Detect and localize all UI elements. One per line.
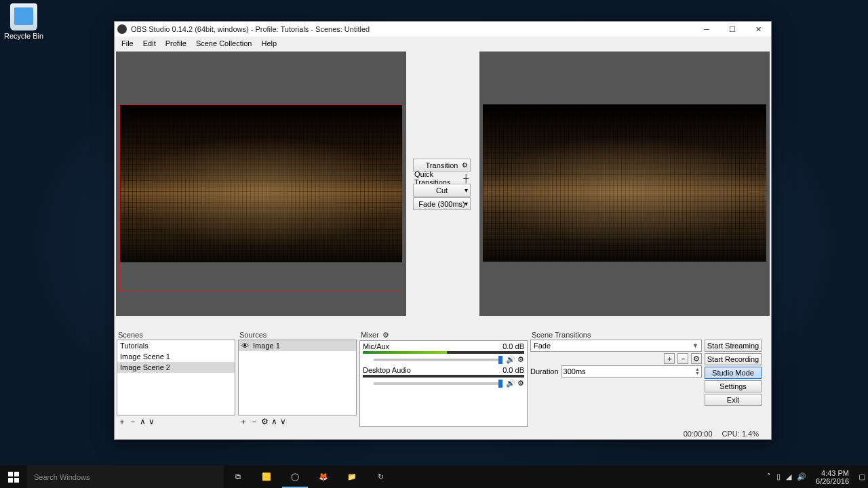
volume-slider[interactable] [374, 359, 502, 361]
quick-transition-cut[interactable]: Cut ▾ [413, 184, 471, 197]
source-image [120, 105, 402, 262]
tray-volume-icon[interactable]: 🔊 [797, 472, 806, 481]
windows-icon [8, 472, 19, 483]
scene-item[interactable]: Image Scene 1 [117, 351, 235, 362]
tray-notifications-icon[interactable]: ▢ [859, 472, 865, 481]
taskbar-firefox[interactable]: 🦊 [309, 466, 338, 488]
start-button[interactable] [0, 466, 27, 488]
move-scene-down-button[interactable]: ∨ [149, 418, 155, 426]
tray-battery-icon[interactable]: ▯ [776, 472, 781, 481]
add-source-button[interactable]: ＋ [239, 418, 248, 426]
minimize-button[interactable]: ─ [694, 22, 719, 37]
transition-select[interactable]: Fade▼ [530, 340, 702, 352]
controls-panel: Start Streaming Start Recording Studio M… [705, 330, 764, 427]
taskbar: Search Windows ⧉ 🟨 ◯ 🦊 📁 ↻ ˄ ▯ ◢ 🔊 4:43 … [0, 466, 868, 488]
status-time: 00:00:00 [684, 430, 713, 438]
status-cpu: CPU: 1.4% [722, 430, 759, 438]
close-button[interactable]: ✕ [745, 22, 771, 37]
scenes-panel: Scenes Tutorials Image Scene 1 Image Sce… [117, 330, 235, 427]
add-quick-transition-button[interactable]: ┼ [463, 174, 469, 182]
preview-program[interactable] [479, 52, 770, 316]
quick-transitions-label: Quick Transitions ┼ [413, 172, 471, 184]
mixer-title: Mixer ⚙ [359, 330, 528, 340]
quick-transition-fade[interactable]: Fade (300ms) ▾ [413, 197, 471, 210]
taskbar-obs[interactable]: ◯ [281, 466, 309, 488]
mixer-panel: Mixer ⚙ Mic/Aux 0.0 dB 🔊 ⚙ [359, 330, 528, 427]
menubar: File Edit Profile Scene Collection Help [115, 37, 771, 50]
taskbar-app[interactable]: 🟨 [252, 466, 281, 488]
taskbar-explorer[interactable]: 📁 [338, 466, 366, 488]
chevron-down-icon[interactable]: ▾ [465, 200, 468, 207]
svg-rect-1 [14, 472, 19, 476]
tray-wifi-icon[interactable]: ◢ [786, 472, 791, 481]
duration-input[interactable]: 300ms ▲▼ [561, 365, 702, 378]
tray-chevron-icon[interactable]: ˄ [767, 472, 771, 481]
start-streaming-button[interactable]: Start Streaming [705, 340, 762, 352]
source-selection-box[interactable] [119, 104, 403, 292]
program-image [483, 104, 766, 262]
remove-scene-button[interactable]: － [129, 418, 137, 426]
gear-icon[interactable]: ⚙ [517, 379, 524, 388]
sources-list[interactable]: 👁 Image 1 [238, 340, 357, 415]
scene-item[interactable]: Tutorials [117, 340, 235, 351]
mixer-channel-name: Desktop Audio [363, 366, 411, 374]
gear-icon[interactable]: ⚙ [382, 331, 389, 339]
mixer-list: Mic/Aux 0.0 dB 🔊 ⚙ Desktop Audio 0.0 dB [359, 340, 528, 427]
task-view-button[interactable]: ⧉ [224, 466, 252, 488]
duration-label: Duration [530, 367, 559, 375]
remove-source-button[interactable]: － [250, 418, 258, 426]
move-scene-up-button[interactable]: ∧ [140, 418, 146, 426]
add-scene-button[interactable]: ＋ [118, 418, 126, 426]
volume-slider[interactable] [374, 382, 502, 385]
recycle-bin[interactable]: Recycle Bin [3, 3, 44, 40]
source-item[interactable]: 👁 Image 1 [239, 340, 356, 351]
menu-file[interactable]: File [117, 38, 138, 49]
exit-button[interactable]: Exit [705, 394, 762, 406]
menu-scene-collection[interactable]: Scene Collection [192, 38, 256, 49]
source-properties-button[interactable]: ⚙ [261, 418, 269, 426]
recycle-bin-icon [10, 3, 37, 30]
menu-help[interactable]: Help [257, 38, 281, 49]
eye-icon[interactable]: 👁 [241, 342, 251, 350]
transition-controls: Transition ⚙ Quick Transitions ┼ Cut ▾ F… [413, 159, 471, 211]
mixer-channel-level: 0.0 dB [502, 366, 524, 374]
tray-clock[interactable]: 4:43 PM 6/26/2016 [812, 469, 853, 485]
scene-item[interactable]: Image Scene 2 [117, 362, 235, 373]
titlebar: OBS Studio 0.14.2 (64bit, windows) - Pro… [115, 22, 771, 37]
gear-icon[interactable]: ⚙ [517, 355, 524, 364]
scene-transitions-title: Scene Transitions [530, 330, 702, 340]
studio-mode-button[interactable]: Studio Mode [705, 367, 762, 379]
menu-profile[interactable]: Profile [161, 38, 191, 49]
transition-settings-button[interactable]: ⚙ [691, 353, 702, 364]
settings-button[interactable]: Settings [705, 380, 762, 392]
preview-edit[interactable] [116, 52, 406, 316]
scenes-list[interactable]: Tutorials Image Scene 1 Image Scene 2 [117, 340, 235, 415]
audio-meter [363, 375, 524, 378]
bottom-panels: Scenes Tutorials Image Scene 1 Image Sce… [115, 329, 771, 428]
svg-rect-3 [14, 478, 19, 483]
system-tray: ˄ ▯ ◢ 🔊 4:43 PM 6/26/2016 ▢ [764, 469, 868, 485]
add-transition-button[interactable]: ＋ [664, 353, 675, 364]
start-recording-button[interactable]: Start Recording [705, 353, 762, 365]
transition-button-label: Transition [426, 161, 458, 169]
search-box[interactable]: Search Windows [27, 466, 224, 488]
recycle-bin-label: Recycle Bin [3, 32, 44, 40]
speaker-icon[interactable]: 🔊 [506, 355, 515, 364]
gear-icon[interactable]: ⚙ [462, 161, 468, 169]
scenes-toolbar: ＋ － ∧ ∨ [117, 415, 235, 427]
maximize-button[interactable]: ☐ [719, 22, 745, 37]
app-icon [117, 24, 127, 34]
move-source-up-button[interactable]: ∧ [271, 418, 277, 426]
chevron-down-icon[interactable]: ▾ [465, 186, 468, 194]
svg-rect-2 [8, 478, 13, 483]
source-item-label: Image 1 [253, 342, 280, 350]
audio-meter [363, 351, 524, 354]
speaker-icon[interactable]: 🔊 [506, 379, 515, 388]
workspace: Transition ⚙ Quick Transitions ┼ Cut ▾ F… [115, 50, 771, 329]
mixer-channel: Mic/Aux 0.0 dB 🔊 ⚙ [361, 342, 526, 365]
obs-window: OBS Studio 0.14.2 (64bit, windows) - Pro… [114, 21, 772, 440]
move-source-down-button[interactable]: ∨ [280, 418, 286, 426]
menu-edit[interactable]: Edit [139, 38, 160, 49]
remove-transition-button[interactable]: － [677, 353, 688, 364]
taskbar-app[interactable]: ↻ [366, 466, 395, 488]
